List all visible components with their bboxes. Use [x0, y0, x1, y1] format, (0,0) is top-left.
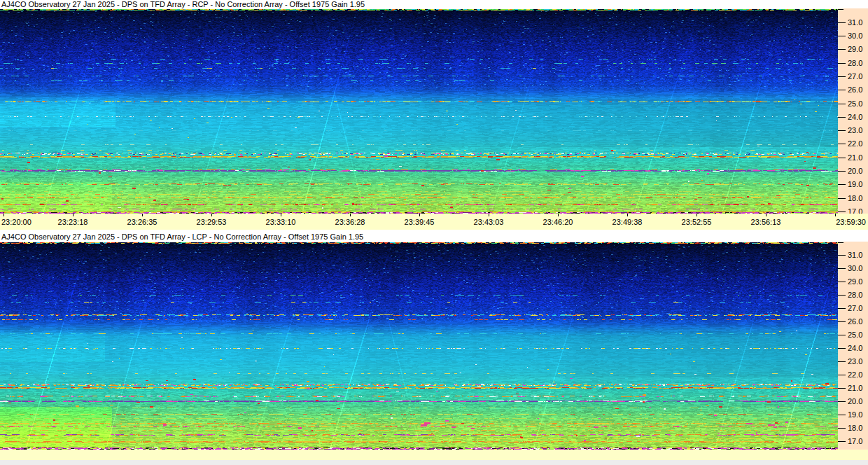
freq-tick — [838, 63, 846, 64]
freq-tick — [838, 308, 846, 309]
freq-tick-label: 20.0 — [848, 397, 862, 405]
time-tick-label: 23:59:30 — [836, 218, 866, 226]
time-tick-label: 23:52:55 — [682, 218, 712, 226]
freq-tick-label: 30.0 — [848, 32, 862, 40]
freq-tick — [838, 321, 846, 322]
time-tick-label: 23:29:53 — [197, 218, 227, 226]
freq-tick-label: 19.0 — [848, 180, 862, 188]
freq-tick — [838, 76, 846, 77]
time-tick-label: 23:23:18 — [58, 218, 88, 226]
freq-tick — [838, 211, 846, 212]
time-tick — [73, 214, 74, 216]
freq-tick-label: 29.0 — [848, 277, 862, 286]
freq-tick-label: 28.0 — [848, 59, 862, 67]
freq-tick-label: 25.0 — [848, 99, 862, 108]
freq-tick-label: 24.0 — [848, 113, 862, 121]
freq-tick-label: 21.0 — [848, 153, 862, 162]
freq-tick-label: 19.0 — [848, 410, 862, 419]
freq-tick-label: 31.0 — [848, 18, 862, 27]
freq-tick — [838, 117, 846, 118]
time-tick — [211, 214, 212, 216]
time-tick — [766, 214, 766, 216]
time-tick — [142, 214, 143, 216]
freq-tick-label: 28.0 — [848, 291, 862, 299]
spectrogram-title-rcp: AJ4CO Observatory 27 Jan 2025 - DPS on T… — [0, 0, 868, 9]
freq-tick-label: 22.0 — [848, 370, 862, 379]
freq-tick — [838, 171, 846, 172]
freq-tick — [838, 49, 846, 50]
freq-tick-label: 21.0 — [848, 384, 862, 392]
footer-strip — [0, 460, 868, 465]
freq-tick-label: 26.0 — [848, 85, 862, 94]
freq-tick — [838, 144, 846, 144]
freq-tick — [838, 335, 846, 335]
freq-tick — [838, 401, 846, 402]
freq-tick — [838, 268, 846, 269]
freq-tick — [838, 198, 846, 199]
freq-tick-label: 18.0 — [848, 194, 862, 202]
time-tick — [4, 214, 4, 216]
time-tick — [489, 214, 489, 216]
freq-tick — [838, 428, 846, 429]
freq-tick — [838, 295, 846, 296]
freq-tick-label: 31.0 — [848, 251, 862, 259]
freq-tick-label: 23.0 — [848, 357, 862, 366]
spectrogram-title-lcp: AJ4CO Observatory 27 Jan 2025 - DPS on T… — [0, 230, 868, 242]
freq-tick — [838, 130, 846, 131]
freq-tick-label: 27.0 — [848, 304, 862, 312]
time-axis: 23:20:0023:23:1823:26:3523:29:5323:33:10… — [0, 214, 868, 230]
freq-tick — [838, 104, 846, 104]
freq-tick — [838, 375, 846, 375]
freq-tick-label: 20.0 — [848, 167, 862, 175]
freq-tick — [838, 415, 846, 415]
bottom-strip — [0, 450, 868, 460]
freq-tick-label: 23.0 — [848, 126, 862, 134]
freq-tick — [838, 158, 846, 158]
time-tick-label: 23:36:28 — [335, 218, 365, 226]
time-tick-label: 23:26:35 — [127, 218, 158, 226]
freq-tick — [838, 361, 846, 362]
freq-tick — [838, 90, 846, 90]
freq-tick-label: 25.0 — [848, 331, 862, 339]
time-tick — [350, 214, 351, 216]
freq-tick-label: 29.0 — [848, 45, 862, 53]
freq-axis-rcp: 31.030.029.028.027.026.025.024.023.022.0… — [838, 8, 868, 214]
freq-axis-lcp: 31.030.029.028.027.026.025.024.023.022.0… — [838, 242, 868, 450]
freq-tick — [838, 184, 846, 185]
time-tick — [281, 214, 281, 216]
freq-tick-label: 26.0 — [848, 317, 862, 326]
time-tick — [558, 214, 559, 216]
time-tick-label: 23:33:10 — [266, 218, 296, 226]
freq-axis-top-tick — [838, 242, 844, 243]
freq-tick — [838, 22, 846, 23]
radio-sky-spectrograph-window: AJ4CO Observatory 27 Jan 2025 - DPS on T… — [0, 0, 868, 465]
freq-tick-label: 22.0 — [848, 139, 862, 148]
time-tick-label: 23:20:00 — [1, 218, 31, 226]
time-tick — [696, 214, 697, 216]
time-tick-label: 23:46:20 — [543, 218, 573, 226]
time-tick-label: 23:43:03 — [474, 218, 504, 226]
freq-tick-label: 18.0 — [848, 424, 862, 432]
freq-tick — [838, 255, 846, 256]
spectrogram-lcp[interactable] — [0, 242, 838, 450]
time-tick — [627, 214, 628, 216]
freq-tick — [838, 441, 846, 442]
freq-tick-label: 17.0 — [848, 437, 862, 445]
time-tick-label: 23:56:13 — [751, 218, 781, 226]
freq-axis-top-tick — [838, 9, 844, 10]
freq-tick — [838, 282, 846, 282]
time-tick — [419, 214, 420, 216]
time-tick — [835, 214, 836, 216]
spectrogram-rcp[interactable] — [0, 9, 838, 214]
freq-tick-label: 24.0 — [848, 344, 862, 352]
time-tick-label: 23:49:38 — [612, 218, 643, 226]
freq-tick — [838, 36, 846, 36]
freq-tick — [838, 388, 846, 389]
freq-tick — [838, 348, 846, 349]
freq-tick-label: 27.0 — [848, 72, 862, 81]
freq-tick-label: 30.0 — [848, 264, 862, 272]
time-tick-label: 23:39:45 — [405, 218, 435, 226]
